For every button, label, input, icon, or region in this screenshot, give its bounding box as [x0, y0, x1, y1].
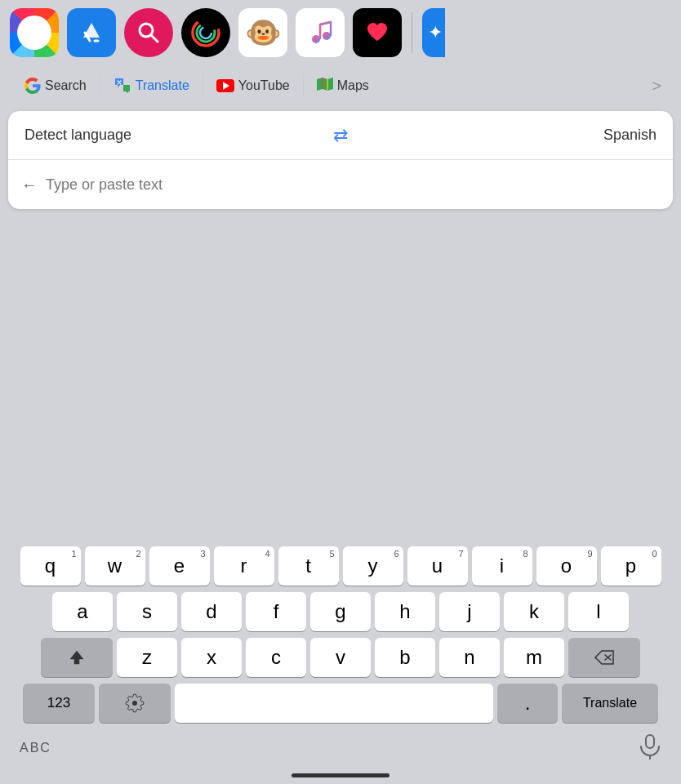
app-bar: 🐵 ✦ — [0, 0, 681, 65]
svg-point-4 — [200, 27, 211, 38]
translate-shortcut-label: Translate — [136, 78, 189, 93]
key-o[interactable]: 9 o — [536, 546, 597, 586]
translate-key[interactable]: Translate — [562, 684, 658, 723]
key-r[interactable]: 4 r — [214, 546, 274, 586]
svg-point-5 — [312, 35, 320, 43]
space-key[interactable] — [175, 684, 493, 723]
back-arrow-icon[interactable]: ← — [21, 176, 38, 194]
home-bar — [292, 773, 389, 777]
shortcut-translate[interactable]: Translate — [102, 72, 201, 100]
svg-rect-10 — [646, 735, 654, 748]
numbers-key[interactable]: 123 — [23, 684, 95, 723]
activity-app-icon[interactable] — [181, 8, 230, 57]
shortcut-maps[interactable]: Maps — [305, 73, 381, 99]
shortcuts-chevron[interactable]: > — [645, 74, 668, 99]
key-x[interactable]: x — [181, 638, 242, 677]
numbers-key-label: 123 — [47, 695, 70, 711]
key-k[interactable]: k — [504, 592, 564, 631]
shortcut-google-search[interactable]: Search — [13, 73, 98, 99]
monkey-app-icon[interactable]: 🐵 — [238, 8, 287, 57]
search-shortcut-label: Search — [45, 78, 87, 93]
translate-input-area[interactable]: ← — [8, 160, 673, 209]
key-d[interactable]: d — [181, 592, 242, 631]
keyboard: 1 q 2 w 3 e 4 r 5 t 6 y 7 u 8 i — [0, 541, 681, 784]
footer-bar: ABC — [3, 728, 678, 773]
shortcut-divider-1 — [100, 74, 100, 98]
key-b[interactable]: b — [375, 638, 435, 677]
translate-header: Detect language ⇄ Spanish — [8, 111, 673, 160]
key-i[interactable]: 8 i — [472, 546, 532, 586]
key-u[interactable]: 7 u — [407, 546, 468, 586]
source-language[interactable]: Detect language — [24, 127, 317, 144]
key-e[interactable]: 3 e — [149, 546, 210, 586]
swap-languages-icon[interactable]: ⇄ — [333, 125, 348, 146]
keyboard-language-label: ABC — [20, 741, 51, 755]
key-z[interactable]: z — [117, 638, 177, 677]
key-w[interactable]: 2 w — [85, 546, 145, 586]
maps-shortcut-label: Maps — [337, 78, 369, 93]
key-t[interactable]: 5 t — [278, 546, 339, 586]
photos-app-icon[interactable] — [10, 8, 59, 57]
appstore-app-icon[interactable] — [67, 8, 116, 57]
keyboard-row-2: a s d f g h j k l — [3, 592, 678, 631]
microphone-icon[interactable] — [639, 733, 661, 763]
key-c[interactable]: c — [246, 638, 306, 677]
youtube-icon — [216, 79, 234, 92]
key-q[interactable]: 1 q — [20, 546, 81, 586]
keyboard-row-3: z x c v b n m — [3, 638, 678, 677]
shortcut-youtube[interactable]: YouTube — [205, 74, 301, 98]
translate-text-input[interactable] — [46, 176, 660, 194]
key-m[interactable]: m — [504, 638, 564, 677]
key-h[interactable]: h — [375, 592, 435, 631]
key-p[interactable]: 0 p — [601, 546, 661, 586]
translate-panel: Detect language ⇄ Spanish ← — [8, 111, 673, 209]
translate-key-label: Translate — [583, 696, 637, 710]
app-divider — [412, 12, 412, 53]
searchweb-app-icon[interactable] — [124, 8, 173, 57]
settings-key[interactable] — [99, 684, 171, 723]
shortcut-divider-2 — [203, 74, 203, 98]
key-y[interactable]: 6 y — [343, 546, 403, 586]
svg-line-7 — [320, 22, 331, 24]
shift-key[interactable] — [41, 638, 113, 677]
shortcut-bar: Search Translate YouTube Maps > — [0, 65, 681, 106]
svg-point-6 — [323, 32, 331, 40]
key-v[interactable]: v — [310, 638, 371, 677]
key-a[interactable]: a — [52, 592, 113, 631]
keyboard-bottom-row: 123 . Translate — [3, 684, 678, 723]
key-f[interactable]: f — [246, 592, 306, 631]
youtube-shortcut-label: YouTube — [238, 78, 290, 93]
home-indicator — [3, 773, 678, 784]
svg-line-1 — [151, 35, 158, 42]
music-app-icon[interactable] — [296, 8, 345, 57]
shortcut-divider-3 — [303, 74, 304, 98]
period-key[interactable]: . — [497, 684, 558, 723]
delete-key[interactable] — [568, 638, 640, 677]
key-g[interactable]: g — [310, 592, 371, 631]
partial-app-icon[interactable]: ✦ — [422, 8, 445, 57]
target-language[interactable]: Spanish — [364, 127, 657, 144]
key-j[interactable]: j — [439, 592, 500, 631]
keyboard-row-1: 1 q 2 w 3 e 4 r 5 t 6 y 7 u 8 i — [3, 546, 678, 586]
heart-app-icon[interactable] — [353, 8, 402, 57]
key-l[interactable]: l — [568, 592, 629, 631]
key-n[interactable]: n — [439, 638, 500, 677]
key-s[interactable]: s — [117, 592, 177, 631]
